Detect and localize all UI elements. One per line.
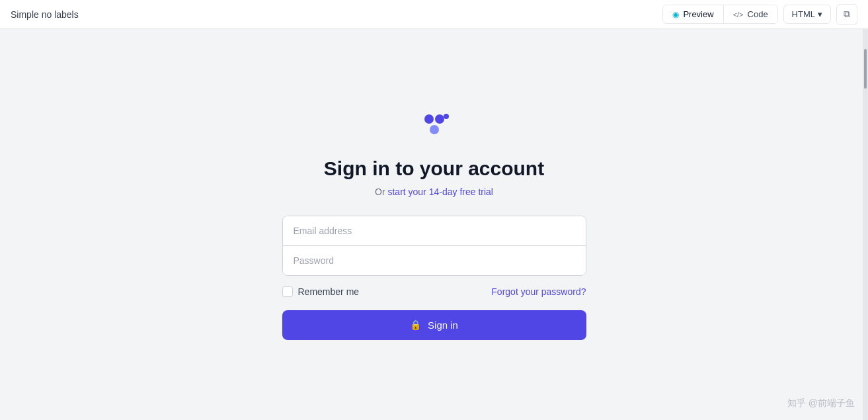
signin-button[interactable]: 🔒 Sign in bbox=[282, 310, 586, 340]
logo-svg bbox=[417, 110, 452, 139]
scrollbar-track[interactable] bbox=[863, 29, 868, 420]
email-input[interactable] bbox=[283, 216, 586, 246]
svg-point-0 bbox=[424, 114, 434, 124]
svg-point-3 bbox=[444, 114, 449, 119]
language-select[interactable]: HTML ▾ bbox=[783, 5, 831, 24]
subtext-prefix: Or bbox=[375, 187, 387, 197]
signin-label: Sign in bbox=[428, 319, 458, 331]
app-title: Simple no labels bbox=[11, 9, 79, 20]
scrollbar-thumb bbox=[864, 49, 867, 89]
preview-tab[interactable]: ◉ Preview bbox=[663, 5, 723, 23]
password-input[interactable] bbox=[283, 246, 586, 275]
login-container: Sign in to your account Or start your 14… bbox=[282, 110, 586, 340]
code-tab[interactable]: </> Code bbox=[723, 5, 777, 23]
logo bbox=[417, 110, 452, 142]
remember-me-checkbox[interactable] bbox=[282, 286, 293, 297]
lock-icon: 🔒 bbox=[410, 319, 421, 330]
remember-me-text: Remember me bbox=[298, 286, 360, 297]
topbar-actions: ◉ Preview </> Code HTML ▾ ⧉ bbox=[662, 4, 857, 25]
svg-point-2 bbox=[430, 125, 439, 134]
clipboard-icon: ⧉ bbox=[844, 9, 850, 20]
clipboard-button[interactable]: ⧉ bbox=[836, 4, 857, 25]
topbar: Simple no labels ◉ Preview </> Code HTML… bbox=[0, 0, 868, 29]
form-row: Remember me Forgot your password? bbox=[282, 286, 586, 297]
code-tab-label: Code bbox=[748, 9, 768, 19]
language-label: HTML bbox=[792, 9, 815, 19]
preview-tab-label: Preview bbox=[683, 9, 713, 19]
view-tab-group: ◉ Preview </> Code bbox=[662, 5, 777, 24]
page-heading: Sign in to your account bbox=[324, 157, 544, 180]
remember-me-label[interactable]: Remember me bbox=[282, 286, 360, 297]
watermark: 知乎 @前端子鱼 bbox=[787, 398, 855, 409]
code-icon: </> bbox=[733, 11, 744, 19]
trial-link[interactable]: start your 14-day free trial bbox=[387, 187, 493, 197]
forgot-password-link[interactable]: Forgot your password? bbox=[491, 286, 586, 297]
preview-icon: ◉ bbox=[672, 10, 679, 19]
form-fields bbox=[282, 216, 586, 276]
svg-point-1 bbox=[435, 114, 444, 124]
main-content: Sign in to your account Or start your 14… bbox=[0, 29, 868, 420]
subtext: Or start your 14-day free trial bbox=[375, 187, 493, 197]
chevron-down-icon: ▾ bbox=[818, 9, 822, 19]
